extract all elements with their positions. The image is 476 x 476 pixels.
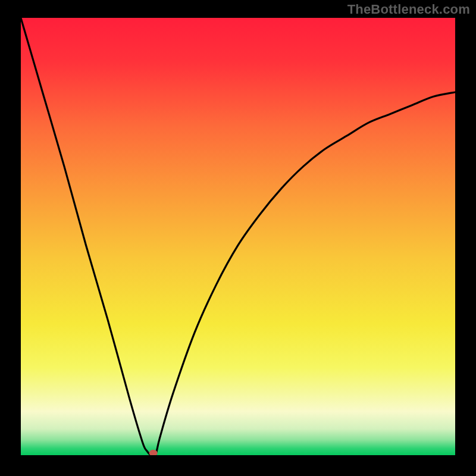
chart-frame: TheBottleneck.com [0,0,476,476]
gradient-background [21,18,455,455]
plot-area [21,18,455,455]
svg-rect-0 [21,18,455,455]
watermark-text: TheBottleneck.com [347,2,470,17]
